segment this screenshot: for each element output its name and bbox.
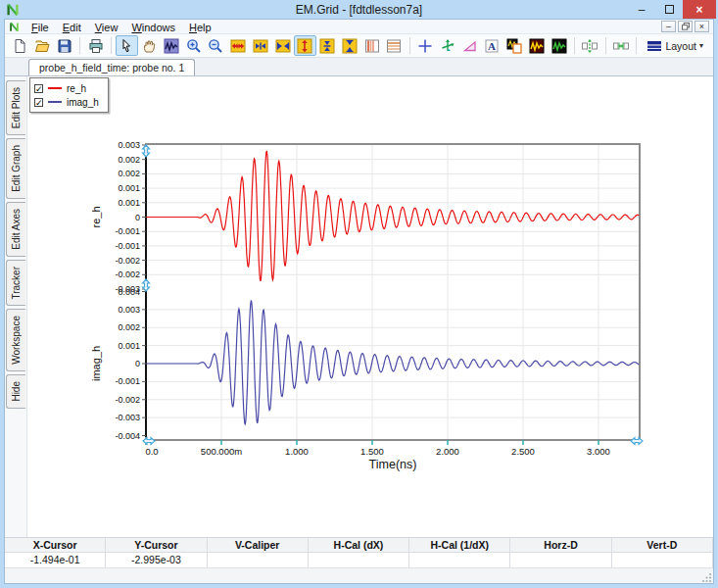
sidebar-tab-label: Edit Plots	[11, 81, 22, 134]
resize-grip[interactable]	[702, 572, 712, 582]
crosshair-button[interactable]	[414, 35, 437, 56]
toolbar-separator	[79, 37, 80, 54]
minimize-button[interactable]: –	[628, 0, 655, 19]
save-button[interactable]	[54, 35, 76, 56]
chart-canvas[interactable]: 0.0030.0020.0020.0010.0010-0.001-0.001-0…	[27, 76, 715, 539]
expand-x-button[interactable]	[227, 35, 250, 56]
sync-y-button[interactable]	[579, 35, 601, 56]
status-value-v-caliper	[208, 553, 309, 567]
print-icon	[88, 38, 104, 54]
zoom-in-button[interactable]	[182, 35, 205, 56]
emgrid-logo-icon	[6, 3, 20, 17]
sidebar-tab-edit-graph[interactable]: Edit Graph	[6, 138, 25, 199]
h-caliper-button[interactable]	[383, 35, 406, 56]
status-header-horz-d: Horz-D	[510, 538, 611, 553]
mdi-minimize-button[interactable]: –	[661, 21, 676, 32]
pointer-button[interactable]	[116, 35, 138, 56]
wave-style-black-button[interactable]	[548, 35, 570, 56]
open-folder-icon	[34, 38, 50, 54]
sidebar-tab-label: Edit Graph	[11, 139, 22, 198]
pan-hand-button[interactable]	[138, 35, 161, 56]
axis-scale-handle[interactable]	[143, 438, 155, 445]
layout-button[interactable]: Layout▾	[641, 35, 709, 56]
mdi-restore-button[interactable]	[678, 21, 693, 32]
sidebar-tab-label: Hide	[11, 375, 22, 408]
y-tick-label: 0	[135, 359, 140, 368]
legend-checkbox-imag-h[interactable]: ✓	[34, 98, 43, 107]
shrink-y-button[interactable]	[316, 35, 339, 56]
maximize-button[interactable]	[655, 0, 683, 19]
chevron-down-icon: ▾	[699, 41, 703, 50]
y-tick-label: -0.001	[115, 376, 140, 386]
zoom-out-button[interactable]	[205, 35, 227, 56]
sidebar-tab-hide[interactable]: Hide	[6, 374, 25, 409]
menu-windows[interactable]: Windows	[124, 22, 182, 33]
document-logo-icon	[9, 22, 20, 32]
legend-item-imag-h: ✓imag_h	[34, 95, 99, 109]
open-folder-button[interactable]	[31, 35, 54, 56]
sync-x-icon	[613, 38, 629, 54]
legend-line-sample	[48, 87, 62, 89]
v-caliper-button[interactable]	[360, 35, 383, 56]
tab-probe-h-field-time[interactable]: probe_h_field_time: probe no. 1	[28, 59, 195, 75]
pointer-icon	[119, 38, 134, 54]
menu-file[interactable]: File	[24, 22, 56, 33]
x-tick-label: 2.000	[436, 446, 459, 457]
axis-scale-handle[interactable]	[631, 438, 643, 445]
axes-tracker-icon	[440, 38, 455, 54]
x-tick-label: 3.000	[587, 446, 610, 457]
axes-tracker-button[interactable]	[436, 35, 458, 56]
status-value-horz-d	[510, 553, 611, 567]
app-window: EM.Grid - [fdtdlesson7a] – × FileEditVie…	[0, 0, 718, 588]
x-axis-title: Time(ns)	[369, 458, 417, 471]
sidebar-tab-tracker[interactable]: Tracker	[6, 260, 25, 307]
y-tick-label: 0.001	[118, 198, 140, 208]
y-tick-label: 0.002	[118, 322, 140, 332]
menu-help[interactable]: Help	[182, 22, 218, 33]
y-tick-label: 0	[135, 213, 140, 222]
v-caliper-icon	[364, 38, 380, 54]
y-tick-label: -0.001	[115, 241, 140, 251]
shrink-y-icon	[319, 38, 335, 54]
sidebar-tab-edit-axes[interactable]: Edit Axes	[6, 202, 25, 257]
sidebar-tab-strip: Edit PlotsEdit GraphEdit AxesTrackerWork…	[5, 76, 27, 537]
legend-checkbox-re-h[interactable]: ✓	[34, 84, 43, 93]
status-header-v-caliper: V-Caliper	[208, 538, 309, 553]
y-tick-label: -0.003	[115, 413, 140, 422]
sidebar-tab-edit-plots[interactable]: Edit Plots	[6, 80, 25, 135]
mdi-close-button[interactable]: ×	[694, 21, 709, 32]
status-header-h-cal-1-dx: H-Cal (1/dX)	[409, 538, 510, 553]
slope-button[interactable]	[458, 35, 481, 56]
fit-y-icon	[342, 38, 358, 54]
y-tick-label: 0.003	[118, 140, 140, 150]
document-tab-bar: probe_h_field_time: probe no. 1	[5, 58, 713, 76]
menu-view[interactable]: View	[88, 22, 125, 33]
text-note-button[interactable]: A	[481, 35, 503, 56]
sidebar-tab-workspace[interactable]: Workspace	[6, 309, 25, 371]
legend-line-sample	[48, 101, 62, 103]
sync-y-icon	[582, 38, 598, 54]
plot-client-area: ✓re_h✓imag_h 0.0030.0020.0020.0010.0010-…	[27, 76, 713, 537]
plot-mode-button[interactable]	[160, 35, 182, 56]
legend-label: imag_h	[67, 97, 99, 108]
expand-y-icon	[297, 38, 312, 54]
new-file-button[interactable]	[9, 35, 31, 56]
menu-edit[interactable]: Edit	[56, 22, 88, 33]
copy-graph-button[interactable]	[503, 35, 526, 56]
curve-re_h	[146, 152, 639, 281]
fit-x-button[interactable]	[271, 35, 294, 56]
status-strip	[5, 567, 713, 583]
sync-x-button[interactable]	[610, 35, 633, 56]
axis-scale-handle[interactable]	[143, 145, 150, 157]
maximize-icon	[665, 5, 674, 14]
y-tick-label: 0.004	[118, 287, 140, 297]
y-tick-label: -0.001	[115, 226, 140, 236]
wave-style-red-button[interactable]	[525, 35, 548, 56]
close-button[interactable]: ×	[683, 0, 716, 19]
sidebar-tab-label: Tracker	[11, 261, 22, 306]
fit-y-button[interactable]	[338, 35, 360, 56]
wave-style-red-icon	[529, 38, 545, 54]
print-button[interactable]	[84, 35, 107, 56]
shrink-x-button[interactable]	[249, 35, 271, 56]
expand-y-button[interactable]	[294, 35, 316, 56]
